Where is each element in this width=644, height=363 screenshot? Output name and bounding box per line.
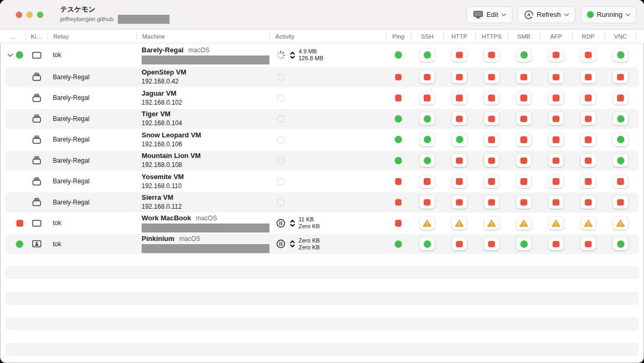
service-cell-vnc — [604, 67, 637, 88]
status-fail-icon — [456, 241, 463, 248]
column-header-smb[interactable]: SMB — [508, 30, 540, 43]
status-fail-icon — [488, 95, 495, 101]
column-header-label: Relay — [48, 33, 69, 40]
machine-address: 192.168.0.42 — [142, 78, 179, 85]
kind-cell — [25, 43, 48, 67]
machine-name: Yosemite VM — [142, 173, 184, 181]
column-header-ping[interactable]: Ping — [386, 30, 411, 43]
machine-row[interactable]: Barely-Regal Yosemite VM 192.168.0.110 — [0, 171, 644, 192]
service-cell-vnc — [604, 192, 637, 213]
status-fail-icon — [553, 241, 559, 248]
service-cell-rdp — [572, 234, 604, 255]
relay-label: tok — [48, 219, 61, 227]
kind-cell — [25, 234, 48, 255]
service-cell-rdp — [572, 43, 604, 67]
status-ok-icon — [617, 51, 624, 59]
relay-label: tok — [48, 240, 61, 248]
status-cell — [0, 43, 25, 67]
column-header-kind[interactable]: Ki… — [25, 30, 48, 43]
machine-name: Snow Leopard VM — [142, 131, 201, 139]
status-ok-icon — [395, 240, 402, 248]
machine-row[interactable]: tok Barely-Regal macOS 4.9 MB 126.8 MB — [0, 43, 644, 67]
activity-upload-value: 11 KB — [298, 216, 320, 223]
machine-row[interactable]: Barely-Regal Sierra VM 192.168.0.112 — [0, 192, 644, 213]
service-cell-http — [443, 234, 475, 255]
screen-user-icon — [31, 239, 42, 248]
column-header-https[interactable]: HTTPS — [475, 30, 508, 43]
machine-status-icon — [16, 157, 23, 164]
status-fail-icon — [456, 116, 463, 123]
service-status-badge — [516, 237, 531, 250]
service-cell-smb — [508, 171, 540, 192]
service-cell-rdp — [572, 108, 604, 129]
status-ok-icon — [424, 115, 431, 123]
service-status-badge — [452, 237, 467, 250]
machine-row[interactable]: Barely-Regal Mountain Lion VM 192.168.0.… — [0, 150, 644, 171]
service-cell-smb — [508, 108, 540, 129]
relay-cell: Barely-Regal — [48, 192, 136, 213]
edit-button[interactable]: Edit — [466, 6, 512, 23]
column-header-relay[interactable]: Relay — [48, 30, 136, 43]
column-header-status[interactable]: … — [0, 30, 25, 43]
machine-cell: Mountain Lion VM 192.168.0.108 — [136, 150, 269, 171]
machine-row[interactable]: Barely-Regal OpenStep VM 192.168.0.42 — [0, 67, 644, 88]
status-ok-icon — [424, 240, 431, 248]
service-cell-ping — [386, 43, 411, 67]
service-cell-ssh — [411, 43, 443, 67]
status-fail-icon — [585, 241, 592, 248]
column-header-vnc[interactable]: VNC — [604, 30, 637, 43]
refresh-button[interactable]: Refresh — [518, 6, 575, 23]
status-fail-icon — [395, 95, 402, 101]
service-status-badge — [548, 91, 564, 105]
edit-button-label: Edit — [487, 11, 498, 18]
machine-row[interactable]: Barely-Regal Jaguar VM 192.168.0.102 — [0, 88, 644, 109]
machine-row[interactable]: tok Pinkinium macOS Zero KB Zero KB — [0, 234, 644, 255]
service-cell-afp — [540, 171, 572, 192]
machine-row[interactable]: Barely-Regal Tiger VM 192.168.0.104 — [0, 108, 644, 129]
status-fail-icon — [617, 95, 624, 101]
running-status-button[interactable]: Running — [581, 6, 637, 23]
status-fail-icon — [488, 157, 495, 164]
column-header-activity[interactable]: Activity — [269, 30, 386, 43]
service-cell-ssh — [411, 192, 443, 213]
minimize-button[interactable] — [26, 12, 33, 18]
machine-row[interactable]: Barely-Regal Snow Leopard VM 192.168.0.1… — [0, 129, 644, 151]
machine-cell: Snow Leopard VM 192.168.0.106 — [136, 129, 269, 151]
status-fail-icon — [585, 74, 592, 81]
service-status-badge — [581, 237, 596, 250]
status-fail-icon — [617, 74, 624, 81]
refresh-icon — [524, 10, 534, 20]
service-cell-ping — [386, 108, 411, 129]
disclosure-chevron-icon[interactable] — [7, 53, 13, 57]
service-cell-http — [443, 108, 475, 129]
machine-row[interactable]: tok Work MacBook macOS 11 KB Zero KB — [0, 213, 644, 234]
service-cell-https — [475, 213, 508, 234]
status-fail-icon — [424, 74, 431, 81]
service-status-badge — [452, 112, 467, 125]
column-header-label: Machine — [136, 33, 165, 40]
status-fail-icon — [424, 178, 431, 185]
column-header-label: SMB — [517, 33, 530, 40]
close-button[interactable] — [16, 12, 22, 18]
zoom-button[interactable] — [37, 12, 43, 18]
service-status-badge — [581, 49, 596, 62]
status-fail-icon — [617, 199, 624, 206]
column-header-afp[interactable]: AFP — [540, 30, 572, 43]
service-status-badge — [613, 175, 628, 188]
service-cell-vnc — [604, 213, 637, 234]
warning-icon — [552, 219, 561, 227]
column-header-http[interactable]: HTTP — [443, 30, 475, 43]
vm-icon — [31, 198, 42, 207]
service-status-badge — [419, 112, 435, 125]
column-header-rdp[interactable]: RDP — [572, 30, 604, 43]
status-cell — [0, 108, 25, 129]
relay-cell: Barely-Regal — [48, 171, 136, 192]
machine-name: Jaguar VM — [142, 89, 176, 97]
service-cell-ping — [386, 234, 411, 255]
toolbar: Edit Refresh Running — [466, 6, 637, 23]
service-cell-rdp — [572, 192, 604, 213]
service-status-badge — [419, 237, 435, 250]
column-header-machine[interactable]: Machine — [136, 30, 269, 43]
column-header-ssh[interactable]: SSH — [411, 30, 443, 43]
service-cell-vnc — [604, 108, 637, 129]
